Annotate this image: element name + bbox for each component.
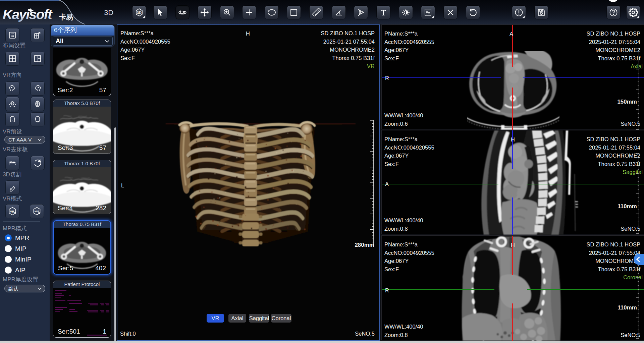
svg-text:卡易: 卡易 [59,13,73,21]
svg-text:MIP: MIP [35,210,39,213]
svg-text:Kayisoft: Kayisoft [3,7,53,22]
svg-text:3D: 3D [137,11,142,15]
svg-text:VR: VR [10,210,14,213]
